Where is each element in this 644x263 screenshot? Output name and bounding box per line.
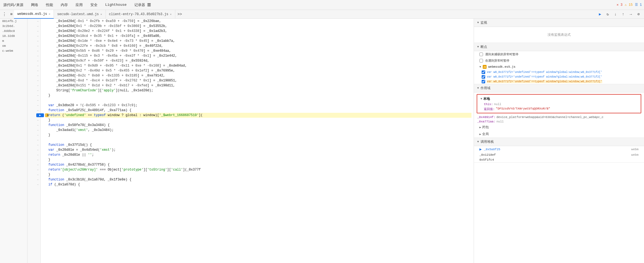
menu-recorder[interactable]: 记录器 ☰ xyxy=(133,1,152,9)
bp-slot-5[interactable] xyxy=(41,39,46,43)
ln-28: – xyxy=(27,152,40,157)
bp-slot-28[interactable] xyxy=(41,152,46,157)
code-line-4: _0x1ed20d[0x10cd + 0x35 * 0x1 + -0x10fa]… xyxy=(48,34,471,39)
bp-slot-16[interactable] xyxy=(41,93,46,98)
scope-local-header[interactable]: ▼ 本地 xyxy=(478,96,640,102)
code-line-19: function _0x5a8f25(_0x48914f, _0xa771aa)… xyxy=(48,108,471,113)
bp-slot-20[interactable]: ▶ ⏸ xyxy=(41,113,46,118)
menu-lighthouse[interactable]: Lighthouse xyxy=(104,1,128,9)
deactivate-breakpoints-button[interactable]: ⊘ xyxy=(635,11,642,18)
source-item-1[interactable]: 0014fb.j xyxy=(0,19,27,24)
call-stack-item-2[interactable]: _0x1218ef webm xyxy=(474,152,644,157)
bp-slot-25[interactable] xyxy=(41,138,46,143)
warning-badge[interactable]: ⚠ 15 xyxy=(625,3,633,7)
source-item-7[interactable]: c-webm xyxy=(0,48,27,53)
code-line-8: _0x1ed20d[-0x115 + 0x3 * -0x45a + -0xe2f… xyxy=(48,53,471,58)
bp-slot-7[interactable] xyxy=(41,48,46,53)
menu-security[interactable]: 安全 xyxy=(89,1,99,9)
bp-slot-30[interactable] xyxy=(41,162,46,167)
run-button[interactable]: ▶ xyxy=(597,11,603,18)
source-bp-file[interactable]: ▼ JS webmssdk.es5.js xyxy=(474,64,644,70)
menu-source[interactable]: 源代码/来源 xyxy=(2,1,24,9)
info-badge[interactable]: ☰ 1 xyxy=(635,3,642,7)
code-line-34: if (_0x1a670d) { xyxy=(48,182,471,187)
bp-slot-4[interactable] xyxy=(41,34,46,39)
more-tabs-icon[interactable]: >> xyxy=(175,12,184,17)
bp-slot-15[interactable] xyxy=(41,88,46,93)
tab-close-2[interactable]: ✕ xyxy=(101,13,102,16)
menu-bar: 源代码/来源 网络 性能 内存 应用 安全 Lighthouse 记录器 ☰ ✕… xyxy=(0,0,644,10)
source-item-6[interactable]: om xyxy=(0,43,27,48)
call-stack-item-1[interactable]: ▶ _0x5a8f25 webm xyxy=(474,146,644,152)
bp-slot-13[interactable] xyxy=(41,78,46,83)
ln-30: – xyxy=(27,162,40,167)
tab-bar: ⋮ ⊞ webmssdk.es5.js ✕ secsdk-lastest.umd… xyxy=(0,10,644,19)
bp-slot-31[interactable] xyxy=(41,167,46,172)
tab-client-entry[interactable]: client-entry-70…43.85d027b3.js ✕ xyxy=(106,10,175,19)
bp-uncaught-checkbox[interactable] xyxy=(479,53,483,56)
bp-slot-9[interactable] xyxy=(41,58,46,63)
tab-close-1[interactable]: ✕ xyxy=(49,12,50,16)
bp-slot-18[interactable] xyxy=(41,103,46,108)
menu-performance[interactable]: 性能 xyxy=(45,1,54,9)
bp-slot-27[interactable] xyxy=(41,147,46,152)
source-item-4[interactable]: 18.32d8 xyxy=(0,34,27,39)
call-stack-header[interactable]: ▼ 调用堆栈 xyxy=(474,138,644,146)
tab-dots-icon[interactable]: ⋮ xyxy=(0,12,9,17)
step-button[interactable]: → xyxy=(628,11,634,18)
call-stack-section: ▼ 调用堆栈 ▶ _0x5a8f25 webm _0x1218ef webm 0… xyxy=(474,138,644,163)
bp-slot-1[interactable] xyxy=(41,19,46,24)
bp-slot-10[interactable] xyxy=(41,63,46,68)
source-item-2[interactable]: 3c2b6d. xyxy=(0,24,27,29)
step-over-button[interactable]: ↻ xyxy=(604,11,611,18)
bp-slot-2[interactable] xyxy=(41,24,46,29)
bp-slot-8[interactable] xyxy=(41,53,46,58)
bp-slot-26[interactable] xyxy=(41,143,46,147)
bp-slot-24[interactable] xyxy=(41,133,46,138)
source-item-5[interactable]: m xyxy=(0,39,27,43)
bp-slot-11[interactable] xyxy=(41,68,46,73)
tab-webmssdk[interactable]: webmssdk.es5.js ✕ xyxy=(14,10,54,19)
bp-caught-checkbox[interactable] xyxy=(479,59,483,62)
bp-slot-6[interactable] xyxy=(41,43,46,48)
step-into-button[interactable]: ↓ xyxy=(612,11,619,18)
bp-slot-21[interactable] xyxy=(41,118,46,123)
error-badge[interactable]: ✕ 3 xyxy=(617,3,623,7)
scope-this-key: this: xyxy=(484,103,493,106)
scope-return-val: "DFSzsdVYd/TANrywtbTqQORXoR/B" xyxy=(496,107,550,111)
bp-slot-17[interactable] xyxy=(41,98,46,103)
bp-slot-22[interactable] xyxy=(41,123,46,128)
menu-network[interactable]: 网络 xyxy=(30,1,39,9)
bp-slot-23[interactable] xyxy=(41,128,46,133)
menu-memory[interactable]: 内存 xyxy=(60,1,69,9)
step-out-button[interactable]: ↑ xyxy=(620,11,626,18)
ln-1: – xyxy=(27,19,40,24)
watch-header[interactable]: ▼ 监视 xyxy=(474,19,644,27)
bp-slot-34[interactable] xyxy=(41,182,46,187)
tab-secsdk[interactable]: secsdk-lastest.umd.js ✕ xyxy=(54,10,106,19)
bp-line-checkbox-3[interactable] xyxy=(482,80,485,83)
scope-global[interactable]: ▶ 全局 xyxy=(474,131,644,138)
code-lines[interactable]: _0x1ed20d[-0x1 * 0x2fb + 0xa59 + -0x759]… xyxy=(46,19,474,263)
menu-application[interactable]: 应用 xyxy=(74,1,84,9)
bp-line-checkbox-2[interactable] xyxy=(482,75,485,79)
source-item-3[interactable]: .8ddbc8 xyxy=(0,29,27,34)
scope-closure[interactable]: ▶ 闭包 xyxy=(474,124,644,131)
bp-slot-14[interactable] xyxy=(41,83,46,88)
ln-21: – xyxy=(27,118,40,123)
code-line-27: var _0x20d81e = _0x4d54ed('xmst'); xyxy=(48,147,471,152)
tab-close-3[interactable]: ✕ xyxy=(170,13,172,16)
bp-slot-19[interactable] xyxy=(41,108,46,113)
call-stack-item-3[interactable]: 0x5f1fc4 xyxy=(474,157,644,162)
code-content[interactable]: – – – – – – – – – – – – – – – – – – – – xyxy=(27,19,474,263)
bp-line-checkbox-1[interactable] xyxy=(482,70,485,74)
bp-slot-3[interactable] xyxy=(41,29,46,34)
scope-header[interactable]: ▼ 作用域 xyxy=(474,84,644,92)
bp-slot-32[interactable] xyxy=(41,172,46,177)
bp-slot-12[interactable] xyxy=(41,73,46,78)
bp-slot-29[interactable] xyxy=(41,157,46,162)
format-icon[interactable]: ⊞ xyxy=(9,12,14,16)
breakpoints-header[interactable]: ▼ 断点 xyxy=(474,43,644,51)
ln-13: – xyxy=(27,78,40,83)
bp-slot-33[interactable] xyxy=(41,177,46,182)
